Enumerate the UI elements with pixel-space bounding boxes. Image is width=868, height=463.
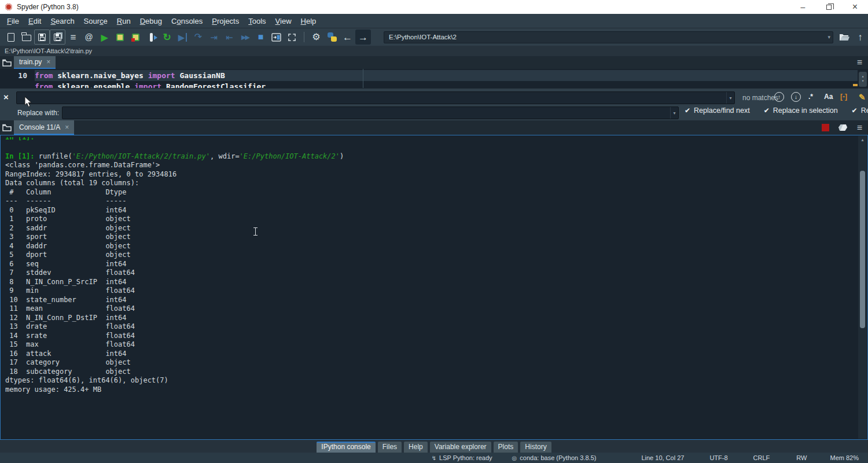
console-tab[interactable]: Console 11/A ×	[14, 120, 74, 135]
replace-in-selection-button[interactable]: ✔Replace in selection	[764, 106, 838, 115]
pane-tab-files[interactable]: Files	[378, 442, 402, 453]
replace-history-caret-icon[interactable]: ▾	[670, 107, 678, 119]
run-cell-advance-button[interactable]	[128, 30, 144, 45]
step-out-button[interactable]: ⇤	[222, 30, 237, 45]
browse-tabs-folder-icon	[2, 59, 12, 67]
console-scrollbar[interactable]: ▴	[858, 136, 867, 439]
fullscreen-button[interactable]	[284, 30, 300, 45]
browse-console-tabs-button[interactable]	[0, 120, 14, 135]
parent-directory-button[interactable]: ↑	[852, 30, 868, 45]
menu-search[interactable]: Search	[46, 15, 79, 27]
menu-view[interactable]: View	[271, 15, 296, 27]
remove-variables-eraser-icon[interactable]	[838, 124, 848, 131]
pane-tab-help[interactable]: Help	[404, 442, 428, 453]
save-all-button[interactable]	[50, 30, 65, 45]
editor-tab-trainpy[interactable]: train.py ×	[14, 56, 56, 69]
column-edge-line	[363, 69, 363, 88]
chevron-down-icon[interactable]: ▾	[827, 34, 830, 40]
menu-projects[interactable]: Projects	[207, 15, 244, 27]
menu-debug[interactable]: Debug	[135, 15, 167, 27]
console-table-line: 8 N_IN_Conn_P_SrcIP int64	[5, 278, 858, 287]
search-history-caret-icon[interactable]: ▾	[726, 92, 734, 104]
open-file-button[interactable]	[19, 30, 34, 45]
find-replace-panel: × ▾ no matches ↑ ↓ .* Aa [-] ✎ Replace w…	[0, 88, 868, 120]
run-selection-icon	[150, 33, 153, 42]
console-table-line: 7 stddev float64	[5, 269, 858, 278]
replace-find-next-button[interactable]: ✔Replace/find next	[685, 106, 750, 115]
stop-debug-button[interactable]: ■	[253, 30, 269, 45]
highlight-matches-button[interactable]: ✎	[859, 93, 866, 102]
step-into-button[interactable]: ⇥	[206, 30, 222, 45]
pane-tab-variable-explorer[interactable]: Variable explorer	[430, 442, 491, 453]
menu-file[interactable]: File	[2, 15, 24, 27]
check-icon: ✔	[852, 106, 858, 115]
maximize-pane-button[interactable]	[269, 30, 284, 45]
debug-icon: ▶	[178, 33, 187, 42]
console-table-line: 13 drate float64	[5, 322, 858, 332]
search-input-wrap: ▾	[16, 91, 735, 104]
continue-button[interactable]: ▶▶	[237, 30, 253, 45]
browse-tabs-button[interactable]	[0, 56, 14, 69]
pane-tab-ipython-console[interactable]: IPython console	[317, 442, 375, 453]
replace-all-button[interactable]: ✔Replace all	[852, 106, 868, 115]
tab-close-icon[interactable]: ×	[46, 58, 50, 66]
run-selection-button[interactable]	[144, 30, 159, 45]
close-find-button[interactable]: ×	[3, 92, 9, 102]
save-button[interactable]	[34, 30, 50, 45]
debug-file-button[interactable]: ▶	[175, 30, 190, 45]
menu-edit[interactable]: Edit	[24, 15, 46, 27]
search-input[interactable]	[17, 92, 726, 104]
editor-scrollbar[interactable]: ▴ ▾	[859, 72, 867, 87]
run-file-button[interactable]: ▶	[97, 30, 112, 45]
menu-tools[interactable]: Tools	[244, 15, 270, 27]
preferences-button[interactable]: ⚙	[308, 30, 324, 45]
browse-directory-button[interactable]	[837, 30, 852, 45]
status-item: RW	[796, 454, 807, 461]
find-next-button[interactable]: ↓	[791, 92, 801, 102]
scrollbar-thumb[interactable]	[860, 171, 865, 328]
scroll-down-icon[interactable]: ▾	[862, 79, 864, 84]
forward-button[interactable]: →	[355, 30, 371, 45]
console-table-line: 18 subcategory object	[5, 368, 858, 377]
status-bar: ↯LSP Python: ready◎conda: base (Python 3…	[0, 453, 868, 463]
console-table-line: 2 saddr object	[5, 224, 858, 233]
console-line: Data columns (total 19 columns):	[5, 179, 858, 188]
replace-input[interactable]	[62, 107, 670, 119]
run-cell-button[interactable]	[112, 30, 128, 45]
pane-tab-history[interactable]: History	[520, 442, 551, 453]
tab-close-icon[interactable]: ×	[65, 123, 69, 131]
step-over-button[interactable]: ↷	[190, 30, 206, 45]
interrupt-kernel-icon[interactable]	[822, 124, 829, 131]
pane-tab-plots[interactable]: Plots	[494, 442, 518, 453]
python-path-manager-button[interactable]	[324, 30, 340, 45]
new-file-button[interactable]	[3, 30, 19, 45]
replace-input-wrap: ▾	[62, 106, 679, 119]
editor-options-menu-icon[interactable]: ≡	[857, 57, 862, 68]
main-toolbar: ≡ @ ▶ ↻ ▶ ↷ ⇥ ⇤ ▶▶ ■ ⚙ ← → E:\Python\IOT…	[0, 28, 868, 46]
minimize-button[interactable]: –	[790, 0, 816, 14]
menu-source[interactable]: Source	[79, 15, 112, 27]
continue-icon: ▶▶	[241, 34, 249, 41]
regex-toggle-button[interactable]: .*	[808, 93, 813, 101]
working-directory-combobox[interactable]: E:\Python\IOT-Attack\2 ▾	[384, 31, 833, 43]
close-button[interactable]: ×	[842, 0, 868, 14]
find-previous-button[interactable]: ↑	[774, 92, 784, 102]
restore-button[interactable]	[816, 0, 842, 14]
spyder-logo-icon	[5, 3, 12, 10]
case-sensitive-toggle-button[interactable]: Aa	[824, 93, 833, 101]
python-logo-icon	[328, 32, 337, 42]
menu-run[interactable]: Run	[112, 15, 135, 27]
scroll-up-icon[interactable]: ▴	[858, 137, 867, 142]
console-table-line: 14 srate float64	[5, 332, 858, 341]
rerun-cell-button[interactable]: ↻	[159, 30, 175, 45]
menu-help[interactable]: Help	[296, 15, 321, 27]
ipython-console[interactable]: In [1]: In [1]: runfile('E:/Python/IOT-A…	[0, 135, 868, 440]
menu-consoles[interactable]: Consoles	[167, 15, 207, 27]
back-button[interactable]: ←	[340, 30, 355, 45]
console-options-menu-icon[interactable]: ≡	[857, 123, 862, 133]
whole-word-toggle-button[interactable]: [-]	[840, 93, 847, 101]
fullscreen-icon	[288, 33, 296, 42]
code-editor[interactable]: 10 from sklearn.naive_bayes import Gauss…	[0, 69, 868, 88]
find-symbols-button[interactable]: @	[81, 30, 97, 45]
file-switcher-button[interactable]: ≡	[65, 30, 81, 45]
